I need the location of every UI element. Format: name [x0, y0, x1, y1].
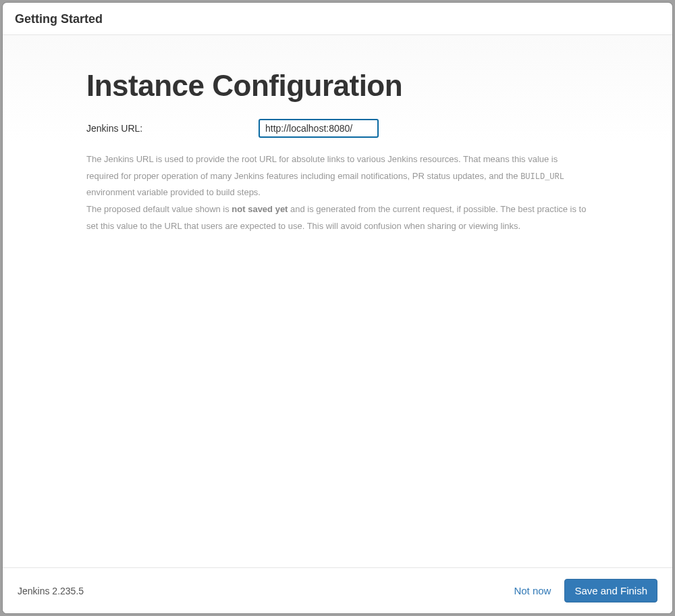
- not-now-button[interactable]: Not now: [514, 585, 551, 596]
- desc-p1-after: environment variable provided to build s…: [86, 187, 261, 197]
- jenkins-url-row: Jenkins URL:: [86, 119, 589, 138]
- window-title: Getting Started: [3, 3, 672, 35]
- desc-p2-before: The proposed default value shown is: [86, 204, 232, 214]
- desc-p1-before: The Jenkins URL is used to provide the r…: [86, 154, 558, 181]
- description-text: The Jenkins URL is used to provide the r…: [86, 151, 589, 235]
- jenkins-url-label: Jenkins URL:: [86, 123, 259, 134]
- build-url-code: BUILD_URL: [520, 172, 564, 182]
- save-and-finish-button[interactable]: Save and Finish: [564, 579, 657, 602]
- desc-p2-bold: not saved yet: [232, 204, 288, 214]
- content-area: Instance Configuration Jenkins URL: The …: [3, 35, 672, 567]
- setup-wizard-window: Getting Started Instance Configuration J…: [3, 3, 672, 613]
- jenkins-url-input[interactable]: [259, 119, 379, 138]
- footer-bar: Jenkins 2.235.5 Not now Save and Finish: [3, 567, 672, 613]
- jenkins-version: Jenkins 2.235.5: [18, 586, 84, 596]
- page-heading: Instance Configuration: [86, 69, 589, 103]
